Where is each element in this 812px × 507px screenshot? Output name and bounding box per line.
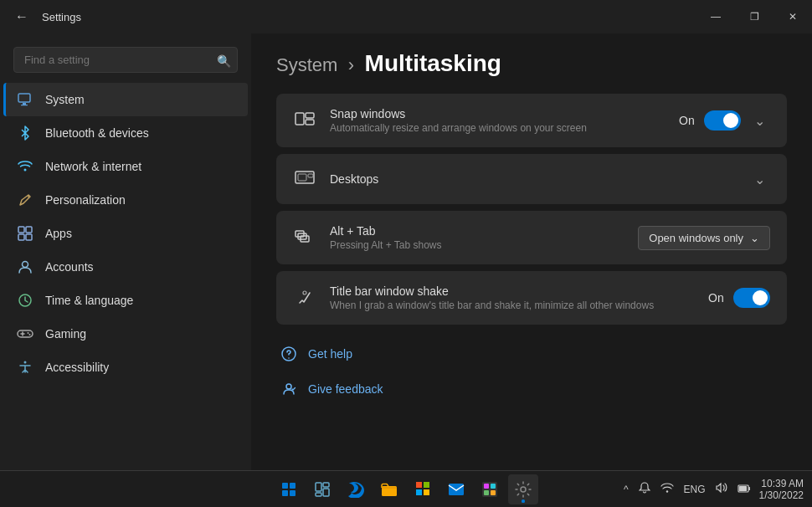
minimize-button[interactable]: — [696,0,735,33]
snap-windows-name: Snap windows [330,107,666,120]
title-bar-shake-name: Title bar window shake [330,284,695,298]
title-bar: ← Settings — ❐ ✕ [0,0,812,33]
back-button[interactable]: ← [10,5,33,28]
time: 10:39 AM [761,478,804,489]
svg-point-47 [521,487,526,492]
svg-rect-46 [491,490,496,495]
title-bar-shake-desc: When I grab a window's title bar and sha… [330,300,695,311]
get-help-label: Get help [308,347,352,361]
battery-icon[interactable] [734,482,754,497]
store-button[interactable] [408,474,438,504]
page-header: System › Multitasking [276,50,787,77]
svg-point-14 [24,361,27,364]
content-area: System › Multitasking Snap windows Autom… [251,33,812,470]
svg-rect-15 [296,113,304,125]
apps-icon [17,225,33,242]
get-help-link[interactable]: Get help [276,338,787,370]
sidebar: 🔍 System Bluetooth & devices Network & i… [0,33,251,470]
sidebar-item-personalization[interactable]: Personalization [3,183,248,217]
start-button[interactable] [274,474,304,504]
snap-windows-control: On ⌄ [679,110,770,131]
svg-rect-35 [316,493,321,496]
snap-windows-text: Snap windows Automatically resize and ar… [330,107,666,134]
svg-rect-44 [491,484,496,489]
svg-rect-5 [18,227,24,233]
sidebar-item-time[interactable]: Time & language [3,284,248,317]
svg-rect-38 [424,482,429,488]
accounts-icon [17,259,33,275]
wifi-icon[interactable] [657,481,677,497]
give-feedback-label: Give feedback [308,382,383,396]
svg-rect-0 [18,94,30,102]
sidebar-item-accounts[interactable]: Accounts [3,250,248,284]
alt-tab-control: Open windows only ⌄ [638,226,770,250]
sidebar-item-apps[interactable]: Apps [3,217,248,250]
svg-rect-33 [323,483,329,487]
search-container: 🔍 [0,40,251,83]
notification-icon[interactable] [635,480,654,498]
svg-point-4 [28,196,29,197]
desktops-text: Desktops [330,172,736,186]
breadcrumb-separator: › [348,54,354,75]
svg-rect-28 [282,483,288,489]
svg-rect-7 [18,234,24,240]
sidebar-item-system[interactable]: System [3,83,248,116]
alt-tab-icon [293,226,316,249]
media-button[interactable] [475,474,505,504]
settings-taskbar-button[interactable] [508,474,538,504]
tray-chevron[interactable]: ^ [620,482,632,497]
give-feedback-icon [280,380,298,398]
title-bar-shake-row: Title bar window shake When I grab a win… [276,271,787,325]
svg-rect-45 [484,490,489,495]
alt-tab-dropdown[interactable]: Open windows only ⌄ [638,226,770,250]
search-icon[interactable]: 🔍 [217,54,231,68]
desktops-name: Desktops [330,172,736,186]
lang-indicator[interactable]: ENG [681,482,709,497]
sidebar-item-bluetooth[interactable]: Bluetooth & devices [3,116,248,150]
edge-button[interactable] [341,474,371,504]
links-section: Get help Give feedback [276,338,787,405]
speaker-icon[interactable] [712,481,731,497]
title-bar-shake-icon [293,286,316,310]
mail-button[interactable] [441,474,471,504]
svg-rect-1 [23,103,26,105]
title-bar-shake-control: On [708,288,770,308]
snap-windows-card: Snap windows Automatically resize and ar… [276,94,787,147]
svg-rect-20 [308,174,313,177]
taskbar: ^ ENG 10:39 AM 1/30/2022 [0,470,812,507]
svg-rect-40 [424,489,429,495]
gaming-icon [17,325,33,342]
alt-tab-card: Alt + Tab Pressing Alt + Tab shows Open … [276,211,787,264]
sidebar-item-network-label: Network & internet [45,160,141,173]
title-bar-shake-text: Title bar window shake When I grab a win… [330,284,695,311]
give-feedback-link[interactable]: Give feedback [276,373,787,405]
svg-rect-6 [26,227,32,233]
close-button[interactable]: ✕ [773,0,812,33]
svg-rect-2 [21,105,28,105]
date: 1/30/2022 [759,489,804,501]
title-bar-shake-toggle[interactable] [733,288,770,308]
sidebar-item-network[interactable]: Network & internet [3,150,248,183]
snap-windows-toggle[interactable] [704,110,741,131]
alt-tab-dropdown-value: Open windows only [649,232,743,244]
desktops-chevron[interactable]: ⌄ [749,170,770,189]
svg-rect-41 [449,484,464,495]
get-help-icon [280,345,298,363]
sidebar-item-personalization-label: Personalization [45,193,126,207]
bluetooth-icon [17,125,33,141]
svg-point-3 [24,169,27,172]
widgets-button[interactable] [307,474,337,504]
alt-tab-dropdown-chevron: ⌄ [750,232,759,244]
taskbar-right: ^ ENG 10:39 AM 1/30/2022 [620,478,804,501]
sidebar-item-gaming[interactable]: Gaming [3,317,248,351]
file-explorer-button[interactable] [374,474,404,504]
sidebar-item-apps-label: Apps [45,227,72,240]
restore-button[interactable]: ❐ [735,0,773,33]
system-tray: ^ ENG [620,480,754,498]
svg-rect-39 [416,489,422,495]
clock[interactable]: 10:39 AM 1/30/2022 [759,478,804,501]
svg-rect-43 [484,484,489,489]
sidebar-item-accessibility[interactable]: Accessibility [3,351,248,384]
snap-windows-chevron[interactable]: ⌄ [749,111,770,131]
search-input[interactable] [13,47,238,73]
